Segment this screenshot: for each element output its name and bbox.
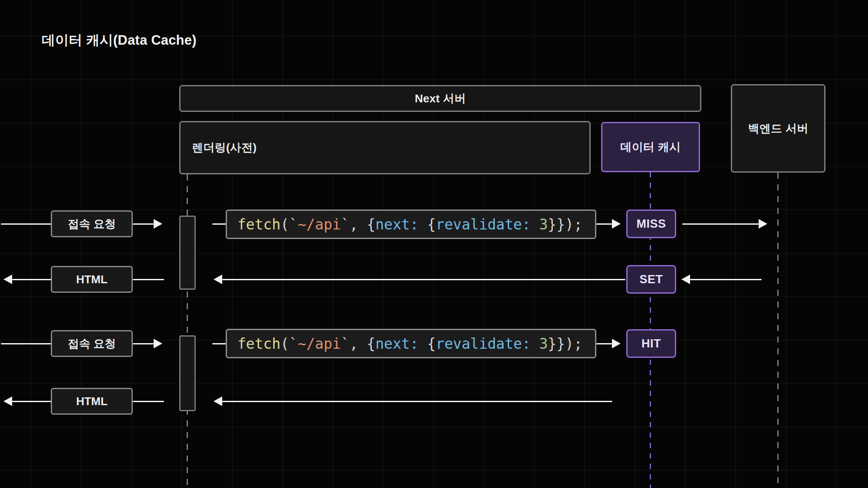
connector-html-to-bar-2	[133, 401, 164, 402]
arrowhead-left-icon	[214, 396, 222, 406]
code-token: `	[341, 216, 349, 233]
code-token: ,	[349, 335, 367, 352]
badge-set: SET	[626, 265, 676, 294]
message-html-2-label: HTML	[76, 395, 107, 408]
arrow-line-html-to-client-1	[12, 279, 51, 280]
connector-html-to-bar-1	[133, 279, 164, 280]
code-token: next	[375, 216, 410, 233]
message-html-1: HTML	[51, 266, 133, 293]
arrow-line-client-request-2	[1, 343, 51, 344]
code-token: }});	[548, 216, 582, 233]
node-data-cache: 데이터 캐시	[601, 122, 700, 172]
code-token: next	[375, 335, 410, 352]
activation-bar-1	[179, 216, 196, 290]
arrowhead-right-icon	[759, 219, 767, 229]
arrow-line-html-to-client-2	[12, 401, 51, 402]
badge-miss-label: MISS	[636, 217, 666, 231]
code-token: :	[522, 335, 539, 352]
arrow-line-cache-to-server	[222, 401, 612, 402]
arrowhead-left-icon	[3, 396, 12, 406]
arrowhead-right-icon	[612, 219, 621, 229]
page-title: 데이터 캐시(Data Cache)	[42, 31, 197, 49]
badge-miss: MISS	[626, 210, 676, 238]
code-token: `	[289, 216, 298, 233]
connector-bar-to-fetch-2	[212, 343, 226, 344]
code-token: `	[289, 335, 298, 352]
code-token: ~/api	[298, 216, 341, 233]
message-request-1: 접속 요청	[51, 210, 133, 237]
code-token: :	[410, 216, 427, 233]
node-backend-server: 백엔드 서버	[731, 84, 825, 173]
code-token: revalidate	[436, 335, 522, 352]
code-token: :	[522, 216, 539, 233]
message-request-2-label: 접속 요청	[68, 336, 116, 351]
node-rendering: 렌더링(사전)	[179, 121, 591, 174]
arrow-line-fetch-to-hit	[596, 343, 612, 344]
arrow-line-set-to-server	[222, 279, 625, 280]
code-fetch-1: fetch(`~/api`, {next: {revalidate: 3}});	[226, 210, 596, 239]
arrowhead-right-icon	[154, 339, 162, 348]
code-token: fetch	[237, 216, 280, 233]
badge-set-label: SET	[639, 273, 663, 286]
node-next-server: Next 서버	[179, 85, 701, 112]
arrow-line-miss-to-backend	[682, 223, 759, 225]
arrowhead-right-icon	[154, 219, 162, 229]
code-token: 3	[539, 335, 548, 352]
message-html-1-label: HTML	[76, 273, 107, 286]
code-token: ~/api	[298, 335, 341, 352]
code-token: :	[410, 335, 427, 352]
code-fetch-2: fetch(`~/api`, {next: {revalidate: 3}});	[226, 329, 596, 358]
code-token: revalidate	[436, 216, 522, 233]
arrow-line-fetch-to-miss	[596, 223, 612, 225]
code-token: `	[341, 335, 349, 352]
code-token: (	[280, 335, 289, 352]
code-token: {	[427, 216, 436, 233]
code-token: }});	[548, 335, 582, 352]
node-backend-server-label: 백엔드 서버	[748, 121, 808, 136]
message-request-1-label: 접속 요청	[68, 216, 116, 232]
node-next-server-label: Next 서버	[415, 91, 466, 106]
badge-hit: HIT	[626, 329, 676, 358]
diagram-canvas: 데이터 캐시(Data Cache) Next 서버 렌더링(사전) 데이터 캐…	[0, 0, 868, 488]
code-token: {	[427, 335, 436, 352]
arrow-line-request-to-server-1	[133, 223, 154, 225]
message-html-2: HTML	[51, 388, 133, 415]
arrowhead-left-icon	[681, 275, 690, 284]
arrowhead-right-icon	[612, 339, 621, 348]
code-token: 3	[539, 216, 548, 233]
connector-bar-to-fetch-1	[212, 223, 226, 225]
node-rendering-label: 렌더링(사전)	[192, 140, 256, 155]
lifeline-backend	[777, 173, 779, 488]
arrowhead-left-icon	[214, 275, 222, 284]
node-data-cache-label: 데이터 캐시	[620, 140, 681, 155]
badge-hit-label: HIT	[641, 337, 661, 350]
arrowhead-left-icon	[3, 275, 12, 284]
code-token: fetch	[237, 335, 280, 352]
arrow-line-client-request-1	[1, 223, 51, 225]
message-request-2: 접속 요청	[51, 330, 133, 357]
code-token: {	[367, 216, 375, 233]
arrow-line-request-to-server-2	[133, 343, 154, 344]
code-token: {	[367, 335, 375, 352]
code-token: ,	[349, 216, 367, 233]
code-token: (	[280, 216, 289, 233]
activation-bar-2	[179, 335, 196, 411]
arrow-line-backend-to-set	[690, 279, 762, 280]
